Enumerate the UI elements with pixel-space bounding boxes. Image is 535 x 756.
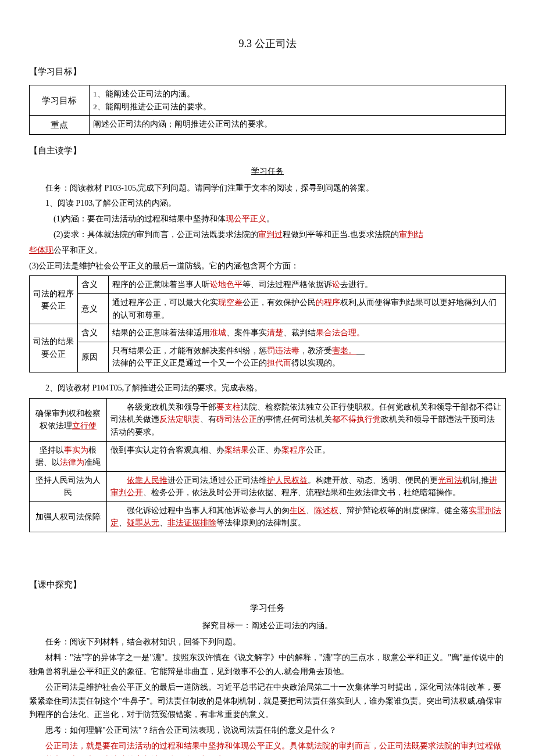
sub-label: 含义 <box>78 324 109 342</box>
text: 、辩护辩论权等的制度保障。健全落 <box>338 506 469 515</box>
sub-label: 原因 <box>78 342 109 372</box>
text: 各级党政机关和领导干部 <box>110 403 216 411</box>
red-underline-text: 审判过 <box>258 230 283 239</box>
red-text: 现公平正义 <box>226 214 266 223</box>
red-text: 讼 <box>332 280 340 289</box>
red-underline-text: 光司法 <box>438 476 462 485</box>
goal-line: 1、能阐述公正司法的内涵。 <box>93 88 502 101</box>
task-title: 学习任务 <box>29 601 506 616</box>
text: 、裁判结 <box>283 328 316 337</box>
text: 的事情,任何司法机关 <box>257 415 332 424</box>
text: 坚持以 <box>40 446 64 454</box>
red-text: 案结果 <box>224 446 249 454</box>
red-underline-text: 审判结 <box>399 230 423 239</box>
red-underline-text: 些体现 <box>29 246 54 255</box>
table-row: 确保审判权和检察权依法理立行使 各级党政机关和领导干部要支柱法院、检察院依法独立… <box>30 398 506 441</box>
text: ，教济受 <box>299 346 332 355</box>
cell-content: 各级党政机关和领导干部要支柱法院、检察院依法独立公正行使职权。任何党政机关和领导… <box>107 398 506 441</box>
text <box>110 476 127 485</box>
text: 通过程序公正，可以最大化实 <box>112 298 218 307</box>
text: 公正、办 <box>249 446 281 454</box>
red-text: 果合法合理。 <box>316 328 365 337</box>
red-underline-text: 陈述权 <box>314 506 338 515</box>
table-row: 学习目标 1、能阐述公正司法的内涵。 2、能阐明推进公正司法的要求。 <box>30 85 506 116</box>
text: 机制,推 <box>462 476 488 485</box>
requirements-table: 确保审判权和检察权依法理立行使 各级党政机关和领导干部要支柱法院、检察院依法独立… <box>29 398 506 532</box>
text: 强化诉讼过程中当事人和其他诉讼参与人的匆 <box>110 506 290 515</box>
text: 法律的公平正义正是通过一个又一个公正的 <box>112 359 267 367</box>
text: 等法律原则的法律制度。 <box>216 518 306 527</box>
sub-label: 意义 <box>78 293 109 324</box>
question-1-2a: (2)要求：具体就法院的审判而言，公正司法既要求法院的审判过程做到平等和正当.也… <box>29 228 506 242</box>
task-title: 学习任务 <box>29 164 506 178</box>
table-row: 意义 通过程序公正，可以最大化实现空差公正，有效保护公民的程序权利,从而使得审判… <box>30 293 506 324</box>
meaning-table: 司法的程序要公正 含义 程序的公正意味着当事人听讼地色平等、司法过程严格依据诉讼… <box>29 275 506 372</box>
underline-text <box>356 346 365 355</box>
req-label: 确保审判权和检察权依法理立行使 <box>30 398 107 441</box>
sub-label: 含义 <box>78 276 109 294</box>
red-underline-text: 依靠人民推 <box>127 476 167 485</box>
req-label: 加强人权司法保障 <box>30 501 107 532</box>
cell-content: 程序的公正意味着当事人听讼地色平等、司法过程严格依据诉讼去进行。 <box>109 276 506 294</box>
text: 只有结果公正，才能有效解决案件纠纷，惩 <box>112 346 267 355</box>
text: 、 <box>119 518 127 527</box>
table-row: 加强人权司法保障 强化诉讼过程中当事人和其他诉讼参与人的匆生区、陈述权、辩护辩论… <box>30 501 506 532</box>
text: 、案件事实 <box>226 328 267 337</box>
red-text: 都不得执行党 <box>332 415 381 424</box>
text: 、 <box>306 506 314 515</box>
focus-content: 阐述公正司法的内涵；阐明推进公正司法的要求。 <box>90 116 506 135</box>
cell-content: 通过程序公正，可以最大化实现空差公正，有效保护公民的程序权利,从而使得审判结果可… <box>109 293 506 324</box>
red-text: 讼地色平 <box>210 280 242 289</box>
red-underline-text: 害老。 <box>332 346 356 355</box>
text: 进公正司法,通过公正司法维 <box>167 476 267 485</box>
text: 公平和正义。 <box>54 246 102 255</box>
red-underline-text: 疑罪从无 <box>127 518 159 527</box>
task-intro: 任务：阅读教材 P103-105,完成下列问题。请同学们注重于文本的阅读，探寻到… <box>29 181 506 195</box>
text: 等、司法过程严格依据诉 <box>242 280 332 289</box>
question-1: 1、阅读 P103,了解公正司法的内涵。 <box>29 196 506 210</box>
table-row: 原因 只有结果公正，才能有效解决案件纠纷，惩罚违法毒，教济受害老。 法律的公平正… <box>30 342 506 372</box>
red-text: 要支柱 <box>216 403 241 411</box>
text: 程做到平等和正当.也要求法院的 <box>283 230 399 239</box>
red-text: 法律为 <box>60 458 84 467</box>
question-1-2b: 些体现公平和正义。 <box>29 243 506 257</box>
table-row: 司法的结果要公正 含义 结果的公正意味着法律适用淮城、案件事实清楚、裁判结果合法… <box>30 324 506 342</box>
question-2: 2、阅读教材 P104T05,了解推进公正司法的要求。完成表格。 <box>29 381 506 395</box>
red-text: 事实为 <box>64 446 88 454</box>
s3-task: 任务：阅读下列材料，结合教材知识，回答下列问题。 <box>29 635 506 649</box>
text: 做到事实认定符合客观真相、办 <box>110 446 224 454</box>
cell-content: 强化诉讼过程中当事人和其他诉讼参与人的匆生区、陈述权、辩护辩论权等的制度保障。健… <box>107 501 506 532</box>
goal-table: 学习目标 1、能阐述公正司法的内涵。 2、能阐明推进公正司法的要求。 重点 阐述… <box>29 85 506 135</box>
red-text: 担代而 <box>267 359 291 367</box>
red-text: 反法定职责 <box>159 415 200 424</box>
text: 、检务公开，依法及时公开司法依据、程序、流程结果和生效法律文书，杜绝暗箱操作。 <box>143 488 461 497</box>
cell-content: 依靠人民推进公正司法,通过公正司法维护人民权益。构建开放、动态、透明、便民的更光… <box>107 471 506 501</box>
table-row: 坚持以事实为根据、以法律为准绳 做到事实认定符合客观真相、办案结果公正、办案程序… <box>30 441 506 471</box>
goal-line: 2、能阐明推进公正司法的要求。 <box>93 101 502 113</box>
row-group-label: 司法的程序要公正 <box>30 276 78 324</box>
req-label: 坚持以事实为根据、以法律为准绳 <box>30 441 107 471</box>
text: (1)内涵：要在司法活动的过程和结果中坚持和体 <box>54 214 226 223</box>
s3-answer: 公正司法，就是要在司法活动的过程和结果中坚持和体现公平正义。具体就法院的审判而言… <box>29 739 506 756</box>
text: 。 <box>266 214 274 223</box>
s3-material-1: 材料："法"字的异体字之一是"灋"。按照东汉许慎在《说文解字》中的解释，"灋"字… <box>29 651 506 679</box>
table-row: 坚持人民司法为人民 依靠人民推进公正司法,通过公正司法维护人民权益。构建开放、动… <box>30 471 506 501</box>
red-text: 的程序 <box>316 298 340 307</box>
text: 去进行。 <box>340 280 373 289</box>
text: 、有 <box>200 415 216 424</box>
text: (2)要求：具体就法院的审判而言，公正司法既要求法院的 <box>54 230 258 239</box>
question-1-1: (1)内涵：要在司法活动的过程和结果中坚持和体现公平正义。 <box>29 212 506 226</box>
text: 得以实现的。 <box>291 359 340 367</box>
text: 公正。 <box>306 446 330 454</box>
req-label: 坚持人民司法为人民 <box>30 471 107 501</box>
focus-label: 重点 <box>30 116 90 135</box>
s3-think: 思考：如何理解"公正司法"？结合公正司法表现，说说司法责任制的意义是什么？ <box>29 723 506 737</box>
red-text: 案程序 <box>281 446 306 454</box>
text: 准绳 <box>84 458 101 467</box>
cell-content: 做到事实认定符合客观真相、办案结果公正、办案程序公正。 <box>107 441 506 471</box>
row-group-label: 司法的结果要公正 <box>30 324 78 372</box>
table-row: 司法的程序要公正 含义 程序的公正意味着当事人听讼地色平等、司法过程严格依据诉讼… <box>30 276 506 294</box>
goal-label: 学习目标 <box>30 85 90 116</box>
question-1-3: (3)公正司法是维护社会公平正义的最后一道防线。它的内涵包含两个方面： <box>29 259 506 273</box>
subtitle: 探究目标一：阐述公正司法的内涵。 <box>29 619 506 633</box>
